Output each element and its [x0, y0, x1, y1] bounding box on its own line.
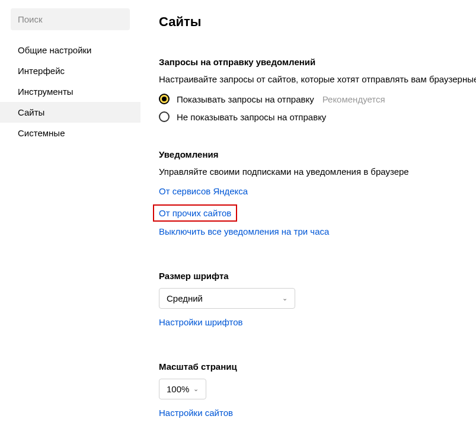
radio-label: Не показывать запросы на отправку — [177, 112, 326, 122]
section-title: Уведомления — [159, 149, 476, 159]
radio-show-requests[interactable]: Показывать запросы на отправку Рекоменду… — [159, 94, 476, 104]
sidebar-item-label: Общие настройки — [18, 45, 92, 55]
page-title: Сайты — [159, 14, 476, 30]
sidebar-item-label: Интерфейс — [18, 66, 65, 76]
sidebar-item-label: Инструменты — [18, 87, 74, 97]
select-value: Средний — [167, 293, 203, 303]
section-title: Масштаб страниц — [159, 361, 476, 372]
sidebar-item-interface[interactable]: Интерфейс — [0, 60, 140, 81]
font-size-select[interactable]: Средний ⌄ — [159, 288, 295, 309]
link-disable-notifications[interactable]: Выключить все уведомления на три часа — [159, 226, 329, 236]
link-yandex-services[interactable]: От сервисов Яндекса — [159, 186, 248, 196]
section-title: Запросы на отправку уведомлений — [159, 57, 476, 67]
section-desc: Настраивайте запросы от сайтов, которые … — [159, 74, 476, 84]
section-notification-requests: Запросы на отправку уведомлений Настраив… — [159, 57, 476, 122]
radio-icon — [159, 111, 170, 122]
zoom-select[interactable]: 100% ⌄ — [159, 379, 206, 399]
main-content: Сайты Запросы на отправку уведомлений На… — [141, 0, 476, 448]
sidebar-item-general[interactable]: Общие настройки — [0, 40, 140, 60]
radio-icon — [159, 94, 170, 104]
sidebar: Общие настройки Интерфейс Инструменты Са… — [0, 0, 141, 448]
link-site-settings[interactable]: Настройки сайтов — [159, 408, 233, 418]
sidebar-item-sites[interactable]: Сайты — [0, 102, 140, 123]
section-desc: Управляйте своими подписками на уведомле… — [159, 167, 476, 177]
radio-hide-requests[interactable]: Не показывать запросы на отправку — [159, 111, 476, 122]
link-font-settings[interactable]: Настройки шрифтов — [159, 317, 243, 327]
sidebar-item-label: Системные — [18, 128, 65, 138]
section-title: Размер шрифта — [159, 271, 476, 281]
sidebar-item-label: Сайты — [18, 107, 44, 117]
chevron-down-icon: ⌄ — [282, 295, 287, 302]
select-value: 100% — [167, 384, 189, 394]
section-font-size: Размер шрифта Средний ⌄ Настройки шрифто… — [159, 271, 476, 334]
search-input[interactable] — [18, 14, 123, 24]
radio-hint: Рекомендуется — [322, 94, 385, 104]
radio-label: Показывать запросы на отправку — [177, 94, 314, 104]
section-notifications: Уведомления Управляйте своими подписками… — [159, 149, 476, 244]
chevron-down-icon: ⌄ — [193, 385, 199, 393]
link-other-sites[interactable]: От прочих сайтов — [153, 204, 237, 222]
sidebar-item-tools[interactable]: Инструменты — [0, 81, 140, 102]
sidebar-item-system[interactable]: Системные — [0, 123, 140, 143]
search-box[interactable] — [11, 8, 130, 30]
section-page-zoom: Масштаб страниц 100% ⌄ Настройки сайтов — [159, 361, 476, 425]
